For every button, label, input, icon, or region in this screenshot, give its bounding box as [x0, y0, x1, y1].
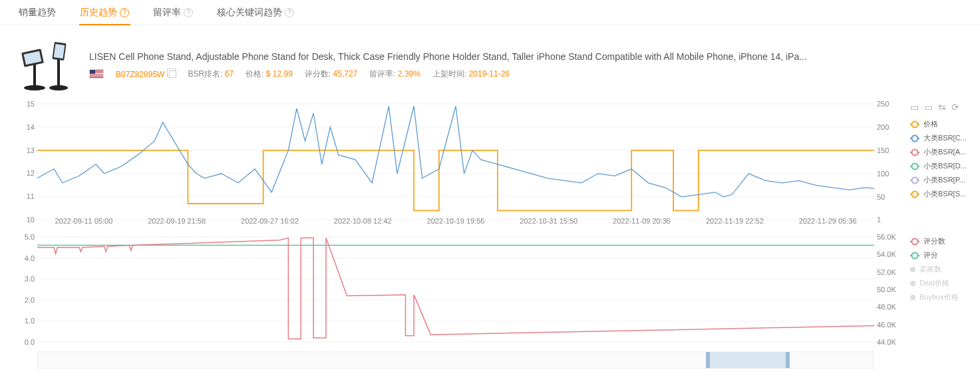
- tab-sales-trend[interactable]: 销量趋势: [7, 0, 68, 25]
- tool-box-select-icon[interactable]: ▭: [910, 102, 919, 112]
- upper-plot[interactable]: [37, 98, 874, 225]
- tab-keyword-trend[interactable]: 核心关键词趋势?: [205, 0, 306, 25]
- x-tick: 2022-11-29 05:36: [799, 217, 857, 225]
- legend-item[interactable]: 小类BSR[D...: [910, 161, 980, 171]
- legend-item[interactable]: Buybox价格: [910, 292, 980, 302]
- legend-item[interactable]: 评分数: [910, 236, 980, 246]
- product-meta: B07Z82895W BSR排名: 67 价格: $ 12.99 评分数: 45…: [89, 69, 967, 80]
- tool-refresh-icon[interactable]: ⟳: [951, 102, 959, 112]
- svg-rect-1: [33, 61, 36, 88]
- time-brush[interactable]: [37, 351, 874, 369]
- bsr-value: 67: [225, 69, 234, 79]
- help-icon[interactable]: ?: [285, 8, 294, 17]
- flag-us-icon: [89, 69, 104, 79]
- upper-right-axis: 150100150200250: [874, 98, 903, 225]
- x-tick: 2022-11-09 20:36: [613, 217, 671, 225]
- product-thumbnail: [20, 39, 73, 92]
- x-tick: 2022-10-31 15:50: [520, 217, 577, 225]
- lower-chart: 0.01.02.03.04.05.0 44.0K46.0K48.0K50.0K5…: [0, 233, 980, 346]
- price-value: $ 12.99: [266, 69, 293, 79]
- brush-window[interactable]: [706, 352, 790, 368]
- tabs-bar: 销量趋势 历史趋势? 留评率? 核心关键词趋势?: [0, 0, 980, 25]
- help-icon[interactable]: ?: [184, 8, 193, 17]
- lower-left-axis: 0.01.02.03.04.05.0: [19, 233, 37, 346]
- svg-rect-7: [54, 44, 65, 59]
- reviews-value: 45,727: [333, 69, 358, 79]
- rate-value: 2.39%: [398, 69, 420, 79]
- x-tick: 2022-11-19 22:52: [706, 217, 764, 225]
- x-tick: 2022-10-19 19:56: [427, 217, 485, 225]
- legend-item[interactable]: 大类BSR[C...: [910, 133, 980, 143]
- upper-chart: 101112131415 2022-09-11 05:002022-09-19 …: [0, 98, 980, 225]
- listed-value: 2019-11-26: [469, 69, 510, 79]
- x-tick: 2022-09-11 05:00: [55, 217, 112, 225]
- legend-item[interactable]: 小类BSR[P...: [910, 175, 980, 185]
- x-tick: 2022-10-08 12:42: [334, 217, 392, 225]
- tool-box-zoom-icon[interactable]: ▭: [924, 102, 933, 112]
- asin-link[interactable]: B07Z82895W: [116, 70, 164, 79]
- legend-item[interactable]: 价格: [910, 119, 980, 129]
- upper-left-axis: 101112131415: [19, 98, 37, 225]
- product-header: LISEN Cell Phone Stand, Adjustable Phone…: [0, 25, 980, 98]
- legend-item[interactable]: 卖家数: [910, 264, 980, 274]
- legend-item[interactable]: Deal价格: [910, 278, 980, 288]
- legend-item[interactable]: 评分: [910, 250, 980, 260]
- product-title: LISEN Cell Phone Stand, Adjustable Phone…: [89, 51, 967, 62]
- tool-restore-icon[interactable]: ⇆: [938, 102, 946, 112]
- lower-right-axis: 44.0K46.0K48.0K50.0K52.0K54.0K56.0K: [874, 233, 903, 346]
- tab-history-trend[interactable]: 历史趋势?: [68, 0, 141, 25]
- copy-icon[interactable]: [167, 69, 176, 77]
- legend-item[interactable]: 小类BSR[S...: [910, 189, 980, 199]
- chart-toolbar: ▭ ▭ ⇆ ⟳: [910, 102, 980, 112]
- lower-plot[interactable]: [37, 233, 874, 346]
- x-tick: 2022-09-27 16:02: [241, 217, 299, 225]
- tab-review-rate[interactable]: 留评率?: [141, 0, 205, 25]
- x-tick: 2022-09-19 21:58: [148, 217, 206, 225]
- help-icon[interactable]: ?: [120, 8, 129, 17]
- legend-item[interactable]: 小类BSR[A...: [910, 147, 980, 157]
